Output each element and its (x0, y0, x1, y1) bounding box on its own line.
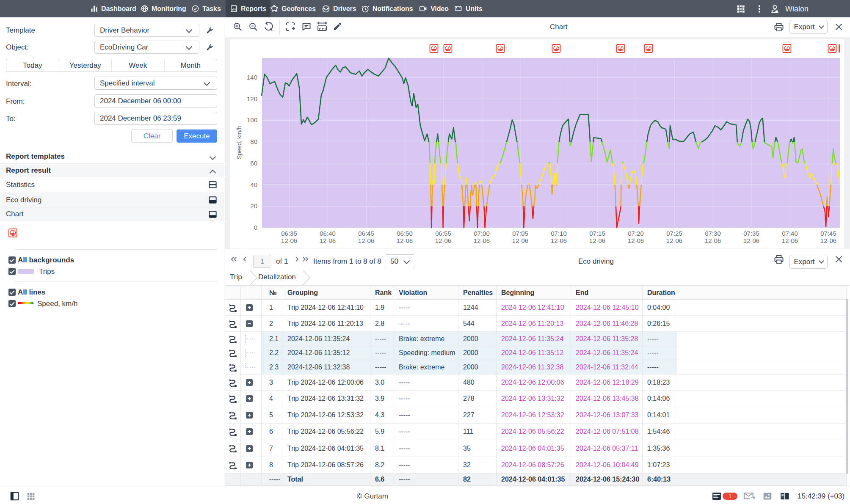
svg-text:07:35: 07:35 (743, 230, 759, 237)
svg-text:07:45: 07:45 (820, 230, 836, 237)
svg-text:06:55: 06:55 (435, 230, 451, 237)
svg-text:12-06: 12-06 (628, 237, 644, 244)
svg-text:12-06: 12-06 (435, 237, 451, 244)
svg-text:0: 0 (254, 224, 257, 231)
svg-text:07:10: 07:10 (551, 230, 567, 237)
svg-text:12-06: 12-06 (320, 237, 336, 244)
svg-text:12-06: 12-06 (705, 237, 721, 244)
svg-text:12-06: 12-06 (474, 237, 490, 244)
svg-text:12-06: 12-06 (743, 237, 759, 244)
svg-text:07:25: 07:25 (666, 230, 682, 237)
svg-text:Speed, km/h: Speed, km/h (236, 126, 243, 160)
svg-text:06:35: 06:35 (281, 230, 297, 237)
svg-text:06:50: 06:50 (397, 230, 413, 237)
svg-text:12-06: 12-06 (551, 237, 567, 244)
svg-text:06:40: 06:40 (320, 230, 336, 237)
svg-text:07:15: 07:15 (589, 230, 605, 237)
svg-text:07:05: 07:05 (512, 230, 528, 237)
svg-text:12-06: 12-06 (281, 237, 297, 244)
svg-text:80: 80 (250, 138, 257, 145)
svg-text:12-06: 12-06 (666, 237, 682, 244)
svg-text:140: 140 (247, 74, 257, 81)
svg-text:07:00: 07:00 (474, 230, 490, 237)
svg-text:06:45: 06:45 (358, 230, 374, 237)
svg-text:20: 20 (250, 202, 257, 209)
svg-text:07:30: 07:30 (705, 230, 721, 237)
svg-text:100: 100 (247, 116, 257, 124)
svg-text:120: 120 (247, 95, 257, 102)
svg-text:12-06: 12-06 (358, 237, 374, 244)
svg-text:12-06: 12-06 (397, 237, 413, 244)
svg-text:12-06: 12-06 (512, 237, 528, 244)
svg-text:12-06: 12-06 (820, 237, 836, 244)
svg-text:60: 60 (250, 160, 257, 167)
svg-text:07:20: 07:20 (628, 230, 644, 237)
svg-text:07:40: 07:40 (782, 230, 798, 237)
svg-text:12-06: 12-06 (782, 237, 798, 244)
svg-text:40: 40 (250, 181, 257, 188)
svg-text:12-06: 12-06 (589, 237, 605, 244)
